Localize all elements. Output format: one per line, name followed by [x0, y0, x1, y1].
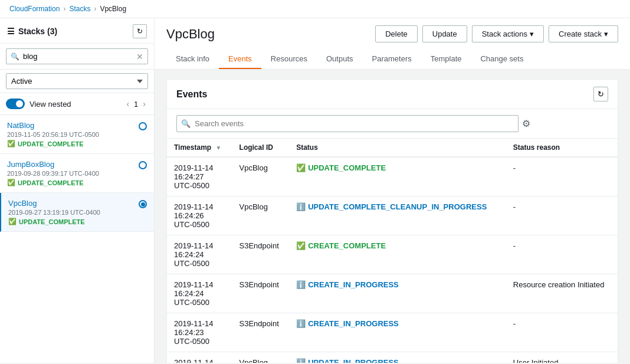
stack-list: NatBlog 2019-11-05 20:56:19 UTC-0500 ✅ U… — [0, 115, 154, 363]
stack-radio-vpcblog[interactable] — [139, 200, 147, 208]
cell-status-3: ℹ️ CREATE_IN_PROGRESS — [289, 274, 506, 313]
stack-name-natblog: NatBlog — [7, 121, 139, 130]
events-search-row: 🔍 ⚙ — [167, 109, 618, 139]
events-search-wrapper: 🔍 — [176, 115, 519, 132]
sidebar-filter: Active — [0, 70, 154, 93]
delete-button[interactable]: Delete — [375, 25, 418, 42]
stack-actions-label: Stack actions — [482, 29, 527, 38]
status-text-2: CREATE_COMPLETE — [308, 241, 386, 250]
sort-timestamp-icon[interactable]: ▼ — [215, 145, 221, 151]
tab-outputs[interactable]: Outputs — [317, 50, 363, 69]
refresh-button[interactable]: ↻ — [133, 24, 147, 38]
stack-name-jumpboxblog: JumpBoxBlog — [7, 160, 139, 169]
status-icon-4: ℹ️ — [296, 319, 306, 328]
cell-timestamp-0: 2019-11-1416:24:27UTC-0500 — [167, 157, 232, 196]
stack-date-jumpboxblog: 2019-09-28 09:39:17 UTC-0400 — [7, 170, 139, 177]
sidebar-header: ☰ Stacks (3) ↻ — [0, 18, 154, 44]
settings-gear-icon[interactable]: ⚙ — [519, 116, 534, 132]
col-timestamp: Timestamp ▼ — [167, 139, 232, 157]
cell-logical-id-5: VpcBlog — [232, 352, 290, 363]
breadcrumb-sep-2: › — [94, 5, 96, 13]
status-icon-1: ℹ️ — [296, 202, 306, 211]
view-nested-toggle[interactable] — [6, 99, 25, 109]
cell-status-0: ✅ UPDATE_COMPLETE — [289, 157, 506, 196]
events-table: Timestamp ▼ Logical ID Status Status rea… — [167, 139, 618, 363]
tab-change-sets[interactable]: Change sets — [471, 50, 533, 69]
cell-status-2: ✅ CREATE_COMPLETE — [289, 235, 506, 274]
sidebar: ☰ Stacks (3) ↻ 🔍 ✕ Active View nested — [0, 18, 155, 363]
events-search-input[interactable] — [176, 115, 519, 132]
sidebar-title: ☰ Stacks (3) — [7, 27, 57, 36]
cell-reason-2: - — [506, 235, 618, 274]
table-row: 2019-11-1416:24:24UTC-0500 S3Endpoint ℹ️… — [167, 274, 618, 313]
cell-logical-id-0: VpcBlog — [232, 157, 290, 196]
update-button[interactable]: Update — [422, 25, 467, 42]
sidebar-title-text: Stacks (3) — [18, 27, 57, 36]
events-card-actions: ↻ — [593, 87, 608, 101]
cell-timestamp-3: 2019-11-1416:24:24UTC-0500 — [167, 274, 232, 313]
cell-logical-id-2: S3Endpoint — [232, 235, 290, 274]
col-status-reason: Status reason — [506, 139, 618, 157]
breadcrumb-stacks[interactable]: Stacks — [69, 5, 90, 13]
cell-status-1: ℹ️ UPDATE_COMPLETE_CLEANUP_IN_PROGRESS — [289, 196, 506, 235]
status-check-icon-jumpboxblog: ✅ — [7, 179, 15, 186]
stack-item-natblog[interactable]: NatBlog 2019-11-05 20:56:19 UTC-0500 ✅ U… — [0, 115, 154, 154]
table-row: 2019-11-1416:24:26UTC-0500 VpcBlog ℹ️ UP… — [167, 196, 618, 235]
status-text-1: UPDATE_COMPLETE_CLEANUP_IN_PROGRESS — [308, 202, 487, 211]
tab-template[interactable]: Template — [421, 50, 471, 69]
stack-radio-natblog[interactable] — [139, 122, 147, 130]
search-icon: 🔍 — [11, 53, 19, 61]
stack-status-text-vpcblog: UPDATE_COMPLETE — [19, 218, 85, 225]
col-status: Status — [289, 139, 506, 157]
stack-status-text-natblog: UPDATE_COMPLETE — [18, 140, 84, 147]
stack-date-natblog: 2019-11-05 20:56:19 UTC-0500 — [7, 131, 139, 138]
stack-item-natblog-info: NatBlog 2019-11-05 20:56:19 UTC-0500 ✅ U… — [7, 121, 139, 147]
status-text-3: CREATE_IN_PROGRESS — [308, 280, 399, 289]
stacks-icon: ☰ — [7, 27, 15, 36]
events-search-icon: 🔍 — [181, 119, 191, 128]
stack-status-vpcblog: ✅ UPDATE_COMPLETE — [8, 218, 139, 225]
cell-reason-1: - — [506, 196, 618, 235]
breadcrumb-cloudformation[interactable]: CloudFormation — [9, 5, 60, 13]
status-filter-select[interactable]: Active — [6, 73, 148, 89]
search-clear-icon[interactable]: ✕ — [136, 53, 143, 61]
create-stack-button[interactable]: Create stack ▾ — [549, 25, 618, 42]
tab-parameters[interactable]: Parameters — [363, 50, 421, 69]
stack-item-vpcblog-info: VpcBlog 2019-09-27 13:19:19 UTC-0400 ✅ U… — [8, 199, 139, 225]
status-icon-5: ℹ️ — [296, 358, 306, 363]
stack-item-vpcblog[interactable]: VpcBlog 2019-09-27 13:19:19 UTC-0400 ✅ U… — [0, 193, 154, 232]
main-content: VpcBlog Delete Update Stack actions ▾ Cr… — [155, 18, 630, 363]
create-stack-chevron: ▾ — [604, 29, 608, 38]
events-refresh-button[interactable]: ↻ — [593, 87, 608, 101]
pagination-prev-button[interactable]: ‹ — [124, 98, 132, 110]
breadcrumb: CloudFormation › Stacks › VpcBlog — [0, 0, 630, 18]
events-card: Events ↻ 🔍 ⚙ — [166, 79, 618, 363]
main-actions: Delete Update Stack actions ▾ Create sta… — [375, 25, 618, 42]
stack-radio-jumpboxblog[interactable] — [139, 161, 147, 169]
stack-actions-chevron: ▾ — [530, 29, 534, 38]
breadcrumb-sep-1: › — [63, 5, 65, 13]
col-logical-id: Logical ID — [232, 139, 290, 157]
status-text-5: UPDATE_IN_PROGRESS — [308, 358, 399, 363]
tab-resources[interactable]: Resources — [261, 50, 317, 69]
cell-logical-id-1: VpcBlog — [232, 196, 290, 235]
stack-actions-button[interactable]: Stack actions ▾ — [472, 25, 544, 42]
status-icon-0: ✅ — [296, 163, 306, 172]
stack-item-jumpboxblog[interactable]: JumpBoxBlog 2019-09-28 09:39:17 UTC-0400… — [0, 154, 154, 193]
stack-status-jumpboxblog: ✅ UPDATE_COMPLETE — [7, 179, 139, 186]
status-text-4: CREATE_IN_PROGRESS — [308, 319, 399, 328]
search-input[interactable] — [6, 48, 148, 64]
pagination-next-button[interactable]: › — [140, 98, 148, 110]
cell-logical-id-3: S3Endpoint — [232, 274, 290, 313]
toggle-label: View nested — [29, 100, 71, 109]
stack-status-text-jumpboxblog: UPDATE_COMPLETE — [18, 179, 84, 186]
events-table-header-row: Timestamp ▼ Logical ID Status Status rea… — [167, 139, 618, 157]
status-icon-3: ℹ️ — [296, 280, 306, 289]
tab-events[interactable]: Events — [219, 50, 261, 69]
tab-stack-info[interactable]: Stack info — [166, 50, 219, 69]
status-text-0: UPDATE_COMPLETE — [308, 163, 386, 172]
pagination-current: 1 — [134, 100, 138, 109]
cell-reason-4: - — [506, 313, 618, 352]
main-header: VpcBlog Delete Update Stack actions ▾ Cr… — [155, 18, 630, 70]
cell-reason-5: User Initiated — [506, 352, 618, 363]
